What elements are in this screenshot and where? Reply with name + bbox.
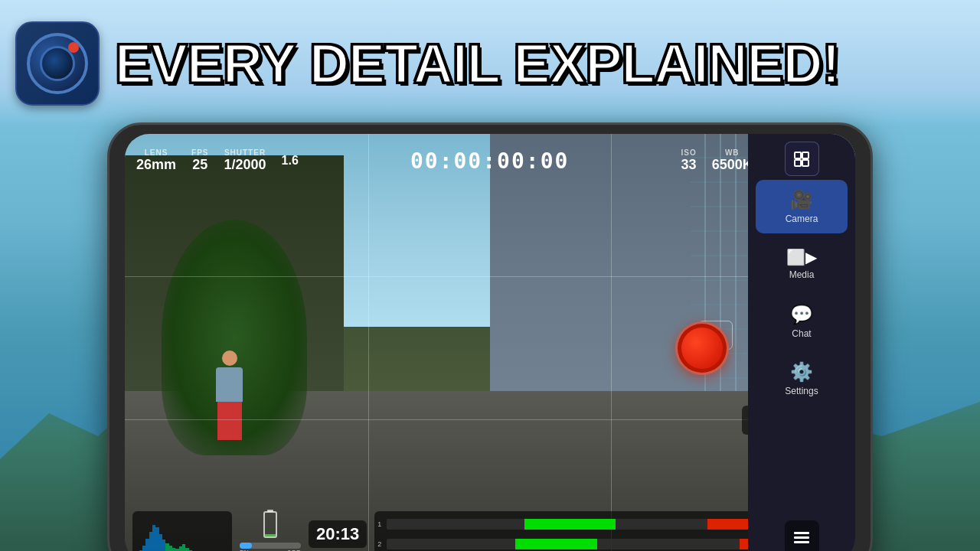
phone-screen: LENS 26mm FPS 25 SHUTTER 1/2000 1.6 00:0… (125, 134, 855, 551)
grid-view-btn[interactable] (785, 520, 819, 551)
svg-rect-10 (795, 160, 801, 166)
fullscreen-icon (792, 150, 811, 168)
person-body-top (216, 367, 243, 402)
svg-rect-8 (795, 152, 801, 158)
phone-device: LENS 26mm FPS 25 SHUTTER 1/2000 1.6 00:0… (107, 122, 873, 551)
camera-icon: 🎥 (790, 189, 813, 210)
settings-nav-label: Settings (785, 386, 818, 396)
media-nav-label: Media (789, 269, 815, 280)
svg-rect-14 (794, 541, 809, 543)
chat-icon: 💬 (790, 304, 813, 325)
nav-item-settings[interactable]: ⚙️ Settings (756, 352, 848, 406)
svg-rect-9 (802, 152, 808, 158)
street-scene (125, 134, 855, 551)
svg-rect-11 (802, 160, 808, 166)
app-icon-inner (27, 33, 88, 94)
svg-rect-13 (794, 536, 809, 539)
nav-item-camera[interactable]: 🎥 Camera (756, 180, 848, 233)
person-head (222, 350, 237, 366)
person-body-bottom (217, 402, 242, 440)
top-banner: EVERY DETAIL EXPLAINED! (0, 0, 980, 126)
right-nav: 🎥 Camera ⬜▶ Media 💬 Chat ⚙️ Settings (748, 134, 855, 551)
app-icon (15, 21, 100, 106)
nav-item-chat[interactable]: 💬 Chat (756, 295, 848, 348)
viewfinder: LENS 26mm FPS 25 SHUTTER 1/2000 1.6 00:0… (125, 134, 855, 551)
camera-nav-label: Camera (786, 214, 818, 224)
app-icon-dot (68, 42, 79, 53)
record-button[interactable] (675, 321, 729, 375)
media-icon: ⬜▶ (786, 248, 817, 266)
grid-list-icon (792, 529, 811, 547)
nav-item-media[interactable]: ⬜▶ Media (756, 237, 848, 291)
chat-nav-label: Chat (792, 328, 811, 339)
page-title: EVERY DETAIL EXPLAINED! (115, 36, 840, 91)
settings-icon: ⚙️ (790, 361, 813, 383)
fullscreen-btn[interactable] (785, 142, 819, 176)
person-figure (212, 350, 247, 442)
svg-rect-12 (794, 532, 809, 534)
